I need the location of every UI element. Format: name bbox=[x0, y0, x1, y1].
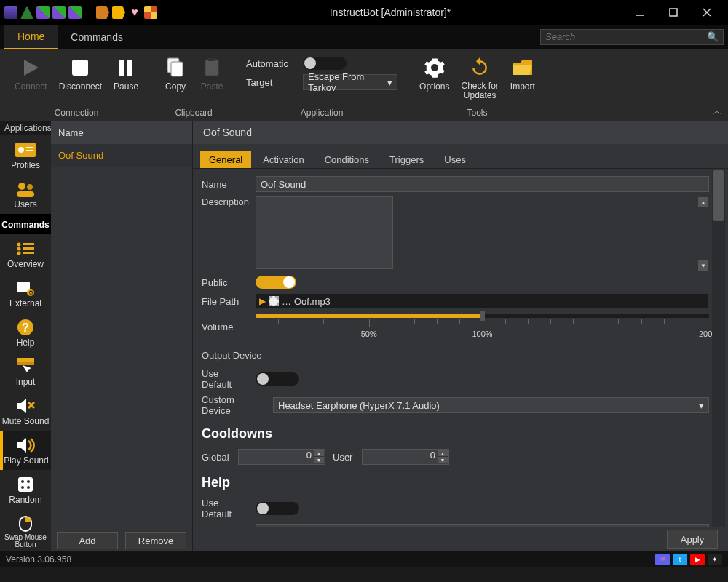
tab-conditions[interactable]: Conditions bbox=[316, 151, 378, 168]
spin-down-icon[interactable]: ▼ bbox=[314, 457, 324, 463]
spin-up-icon[interactable]: ▲ bbox=[438, 450, 448, 457]
svg-text:?: ? bbox=[22, 322, 29, 334]
mute-icon bbox=[15, 397, 36, 415]
tab-commands[interactable]: Commands bbox=[58, 25, 136, 49]
app-small-icon[interactable]: ✦ bbox=[708, 554, 722, 565]
spin-down-icon[interactable]: ▼ bbox=[438, 457, 448, 463]
ribbon-collapse-icon[interactable]: ︿ bbox=[713, 105, 722, 118]
help-use-default-toggle[interactable] bbox=[256, 502, 299, 515]
tab-activation[interactable]: Activation bbox=[254, 151, 312, 168]
svg-point-35 bbox=[21, 486, 24, 489]
public-toggle[interactable] bbox=[256, 276, 296, 289]
volume-slider[interactable] bbox=[256, 314, 709, 318]
chevron-down-icon: ▾ bbox=[699, 400, 704, 411]
app-icon-3 bbox=[36, 6, 50, 19]
global-cooldown-input[interactable]: 0 ▲▼ bbox=[238, 449, 325, 465]
group-app-label: Application bbox=[301, 105, 344, 119]
list-row-selected[interactable]: Oof Sound bbox=[51, 144, 192, 167]
paste-icon bbox=[199, 55, 224, 80]
command-select[interactable]: None ▾ bbox=[256, 524, 709, 527]
spin-up-icon[interactable]: ▲ bbox=[314, 450, 324, 457]
svg-rect-18 bbox=[17, 191, 34, 197]
svg-rect-5 bbox=[72, 60, 88, 76]
tab-general[interactable]: General bbox=[200, 151, 251, 168]
svg-rect-11 bbox=[208, 58, 215, 61]
name-input[interactable] bbox=[256, 176, 709, 192]
chevron-down-icon: ▾ bbox=[387, 77, 392, 88]
sidebar: Applications Profiles Users Commands Ove… bbox=[0, 121, 51, 551]
minimize-button[interactable] bbox=[623, 0, 657, 25]
play-preview-icon[interactable]: ▶ bbox=[259, 296, 266, 306]
speaker-icon bbox=[16, 436, 36, 454]
description-input[interactable] bbox=[256, 196, 393, 269]
sidebar-item-random[interactable]: Random bbox=[0, 470, 51, 509]
scrollbar-thumb[interactable] bbox=[713, 170, 724, 221]
search-input[interactable] bbox=[545, 31, 707, 42]
svg-point-21 bbox=[17, 247, 21, 251]
refresh-icon bbox=[467, 55, 492, 80]
tab-triggers[interactable]: Triggers bbox=[381, 151, 432, 168]
add-button[interactable]: Add bbox=[57, 532, 118, 549]
filepath-ellipsis[interactable]: … bbox=[282, 296, 291, 307]
youtube-icon[interactable]: ▶ bbox=[690, 554, 705, 565]
sidebar-item-play-sound[interactable]: Play Sound bbox=[0, 431, 51, 470]
svg-rect-7 bbox=[127, 60, 132, 76]
external-icon: ⚙ bbox=[15, 279, 36, 297]
svg-point-17 bbox=[27, 184, 33, 190]
list-header-name[interactable]: Name bbox=[51, 121, 192, 144]
volume-label: Volume bbox=[202, 322, 248, 332]
sidebar-item-profiles[interactable]: Profiles bbox=[0, 135, 51, 175]
id-card-icon bbox=[15, 141, 36, 159]
svg-rect-15 bbox=[26, 150, 33, 151]
svg-rect-6 bbox=[119, 60, 124, 76]
scrollbar[interactable] bbox=[712, 170, 725, 527]
folder-icon bbox=[510, 55, 535, 80]
target-dropdown[interactable]: Escape From Tarkov ▾ bbox=[303, 74, 397, 90]
tab-home[interactable]: Home bbox=[4, 25, 58, 49]
copy-button[interactable]: Copy bbox=[160, 54, 191, 93]
sidebar-item-mute-sound[interactable]: Mute Sound bbox=[0, 391, 51, 431]
close-button[interactable] bbox=[690, 0, 724, 25]
target-label: Target bbox=[246, 77, 296, 88]
textarea-scroll-down[interactable]: ▼ bbox=[698, 260, 708, 271]
pause-button[interactable]: Pause bbox=[111, 54, 141, 93]
group-tools-label: Tools bbox=[467, 105, 487, 119]
browse-file-icon[interactable] bbox=[269, 296, 279, 306]
twitter-icon[interactable]: t bbox=[673, 554, 687, 565]
sidebar-item-input[interactable]: Input bbox=[0, 352, 51, 391]
search-box[interactable]: 🔍 bbox=[540, 29, 724, 45]
sidebar-item-external[interactable]: ⚙ External bbox=[0, 274, 51, 313]
svg-point-13 bbox=[18, 147, 24, 153]
dice-icon bbox=[15, 476, 36, 493]
sidebar-item-swap-mouse[interactable]: Swap Mouse Button bbox=[0, 509, 51, 551]
svg-rect-14 bbox=[26, 147, 33, 148]
maximize-button[interactable] bbox=[657, 0, 690, 25]
ribbon-tab-bar: Home Commands 🔍 bbox=[0, 25, 728, 49]
disconnect-button[interactable]: Disconnect bbox=[56, 54, 105, 93]
user-cooldown-input[interactable]: 0 ▲▼ bbox=[362, 449, 449, 465]
svg-point-36 bbox=[27, 486, 30, 489]
options-button[interactable]: Options bbox=[416, 54, 452, 102]
paste-button[interactable]: Paste bbox=[197, 54, 227, 93]
sidebar-item-commands[interactable]: Commands bbox=[0, 214, 51, 234]
discord-icon[interactable]: 👾 bbox=[655, 554, 670, 565]
automatic-label: Automatic bbox=[246, 58, 296, 69]
connect-button[interactable]: Connect bbox=[12, 54, 50, 93]
sidebar-item-users[interactable]: Users bbox=[0, 175, 51, 214]
svg-point-34 bbox=[27, 480, 30, 483]
use-default-toggle[interactable] bbox=[256, 372, 299, 386]
command-label: Command bbox=[202, 527, 248, 527]
chevron-down-icon: ▾ bbox=[699, 527, 704, 527]
sidebar-item-help[interactable]: ? Help bbox=[0, 313, 51, 352]
help-heading: Help bbox=[202, 471, 709, 493]
sidebar-item-overview[interactable]: Overview bbox=[0, 234, 51, 274]
filepath-box: ▶ … Oof.mp3 bbox=[256, 293, 709, 309]
automatic-toggle[interactable] bbox=[303, 57, 347, 70]
check-updates-button[interactable]: Check for Updates bbox=[458, 54, 501, 102]
custom-device-select[interactable]: Headset Earphone (HyperX 7.1 Audio) ▾ bbox=[273, 397, 709, 413]
import-button[interactable]: Import bbox=[507, 54, 538, 102]
tab-uses[interactable]: Uses bbox=[435, 151, 475, 168]
apply-button[interactable]: Apply bbox=[667, 530, 718, 549]
remove-button[interactable]: Remove bbox=[125, 532, 186, 549]
textarea-scroll-up[interactable]: ▲ bbox=[698, 197, 708, 207]
